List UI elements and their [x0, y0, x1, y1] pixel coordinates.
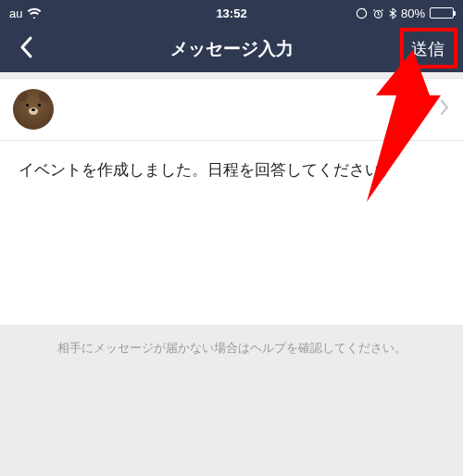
recipient-row[interactable] — [0, 78, 463, 141]
recipient-avatar — [13, 89, 54, 130]
rotation-lock-icon — [356, 7, 368, 19]
carrier-label: au — [9, 6, 22, 20]
status-left: au — [9, 6, 42, 20]
send-button[interactable]: 送信 — [404, 34, 452, 64]
alarm-icon — [372, 7, 384, 19]
message-text: イベントを作成しました。日程を回答してください。 — [19, 161, 396, 179]
bottom-area — [0, 371, 463, 476]
wifi-icon — [27, 7, 42, 19]
status-right: 80% — [356, 6, 454, 20]
back-button[interactable] — [11, 32, 41, 67]
message-input[interactable]: イベントを作成しました。日程を回答してください。 — [0, 141, 463, 326]
status-time: 13:52 — [216, 6, 246, 20]
status-bar: au 13:52 80% — [0, 0, 463, 26]
helper-text: 相手にメッセージが届かない場合はヘルプを確認してください。 — [0, 326, 463, 371]
nav-bar: メッセージ入力 送信 — [0, 26, 463, 72]
battery-icon — [430, 7, 454, 19]
nav-title: メッセージ入力 — [170, 37, 294, 61]
bluetooth-icon — [389, 7, 396, 19]
battery-percent: 80% — [401, 6, 425, 20]
chevron-right-icon — [439, 97, 450, 121]
